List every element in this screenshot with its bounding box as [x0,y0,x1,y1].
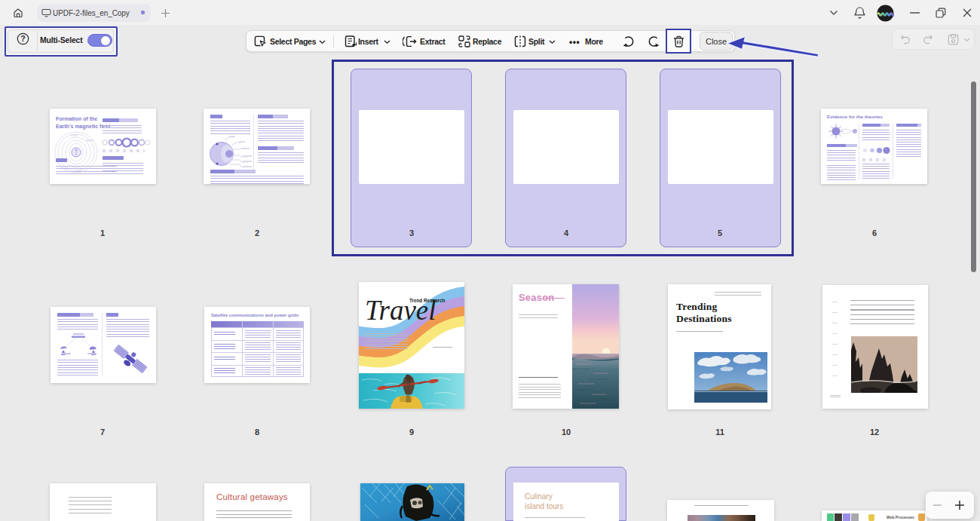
svg-text:Travel: Travel [365,295,436,326]
svg-text:?: ? [20,34,25,43]
